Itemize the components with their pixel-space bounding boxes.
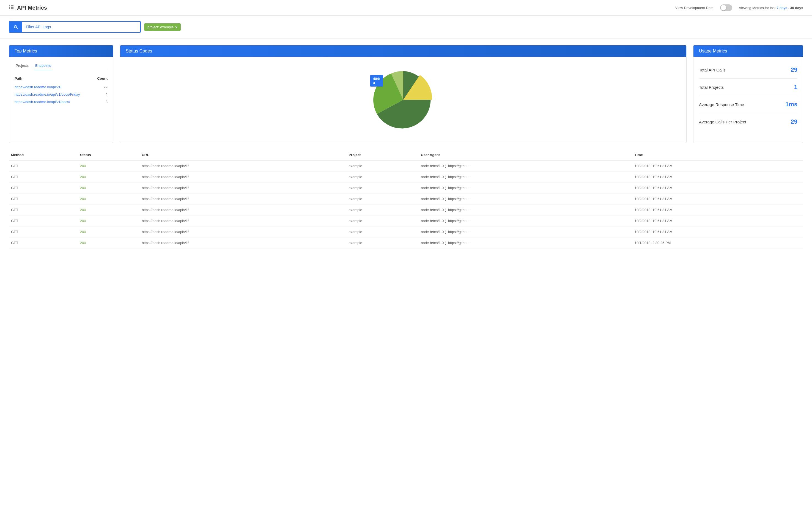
svg-rect-5 <box>13 7 14 8</box>
top-metrics-card-body: Projects Endpoints Path Count https://da… <box>9 57 113 110</box>
count-column-header: Count <box>97 76 107 80</box>
filter-tag-label: project: example <box>147 25 174 29</box>
table-row: GET 200 https://dash.readme.io/api/v1/ e… <box>9 227 803 237</box>
cell-method: GET <box>9 205 78 215</box>
usage-value-3: 29 <box>791 118 797 125</box>
search-input[interactable] <box>22 22 140 32</box>
table-row: GET 200 https://dash.readme.io/api/v1/ e… <box>9 205 803 215</box>
usage-row-3: Average Calls Per Project 29 <box>699 113 797 130</box>
header-left: API Metrics <box>9 5 47 11</box>
cell-status: 200 <box>78 182 140 193</box>
cell-status: 200 <box>78 227 140 237</box>
usage-value-0: 29 <box>791 66 797 73</box>
usage-row-0: Total API Calls 29 <box>699 61 797 79</box>
table-row: GET 200 https://dash.readme.io/api/v1/ e… <box>9 172 803 182</box>
svg-rect-4 <box>11 7 12 8</box>
table-section: Method Status URL Project User Agent Tim… <box>0 150 812 257</box>
metrics-count-1: 4 <box>106 92 107 97</box>
pie-chart: 404: 4 <box>373 70 434 130</box>
cell-time: 10/2/2018, 10:51:31 AM <box>632 172 803 182</box>
search-icon <box>13 24 18 29</box>
svg-rect-2 <box>13 5 14 6</box>
7days-link[interactable]: 7 days <box>777 6 787 10</box>
cell-url: https://dash.readme.io/api/v1/ <box>140 160 346 172</box>
svg-rect-1 <box>11 5 12 6</box>
dev-data-toggle[interactable] <box>720 4 732 11</box>
cell-status: 200 <box>78 193 140 205</box>
top-metrics-card: Top Metrics Projects Endpoints Path Coun… <box>9 45 113 143</box>
cell-url: https://dash.readme.io/api/v1/ <box>140 227 346 237</box>
cell-status: 200 <box>78 160 140 172</box>
search-bar-section: project: example x <box>0 16 812 38</box>
search-icon-box <box>9 22 22 32</box>
cell-user-agent: node-fetch/1.0 (+https://githu... <box>419 227 632 237</box>
metrics-count-2: 3 <box>106 100 107 104</box>
cell-method: GET <box>9 237 78 249</box>
filter-tag-close[interactable]: x <box>175 25 177 29</box>
data-table: Method Status URL Project User Agent Tim… <box>9 150 803 249</box>
cell-method: GET <box>9 227 78 237</box>
page-title: API Metrics <box>17 5 47 11</box>
pie-container: 404: 4 <box>126 61 681 138</box>
cell-time: 10/2/2018, 10:51:31 AM <box>632 227 803 237</box>
metrics-link-0[interactable]: https://dash.readme.io/api/v1/ <box>15 85 61 89</box>
usage-metrics-title: Usage Metrics <box>699 49 727 53</box>
table-row: GET 200 https://dash.readme.io/api/v1/ e… <box>9 237 803 249</box>
table-row: GET 200 https://dash.readme.io/api/v1/ e… <box>9 193 803 205</box>
svg-rect-8 <box>13 8 14 9</box>
cell-time: 10/2/2018, 10:51:31 AM <box>632 215 803 227</box>
usage-value-1: 1 <box>794 83 797 91</box>
cell-time: 10/2/2018, 10:51:31 AM <box>632 160 803 172</box>
cell-method: GET <box>9 182 78 193</box>
table-body: GET 200 https://dash.readme.io/api/v1/ e… <box>9 160 803 249</box>
col-user-agent: User Agent <box>419 150 632 160</box>
metrics-link-1[interactable]: https://dash.readme.io/api/v1/docs/Frida… <box>15 92 80 97</box>
viewing-metrics: Viewing Metrics for last 7 days · 30 day… <box>739 6 803 10</box>
cell-project: example <box>346 182 419 193</box>
metrics-link-2[interactable]: https://dash.readme.io/api/v1/docs/ <box>15 100 70 104</box>
cell-user-agent: node-fetch/1.0 (+https://githu... <box>419 172 632 182</box>
usage-label-3: Average Calls Per Project <box>699 120 746 124</box>
cards-section: Top Metrics Projects Endpoints Path Coun… <box>0 38 812 150</box>
cell-user-agent: node-fetch/1.0 (+https://githu... <box>419 205 632 215</box>
cell-time: 10/2/2018, 10:51:31 AM <box>632 182 803 193</box>
cell-user-agent: node-fetch/1.0 (+https://githu... <box>419 160 632 172</box>
header-right: View Development Data Viewing Metrics fo… <box>675 4 803 11</box>
table-row: GET 200 https://dash.readme.io/api/v1/ e… <box>9 160 803 172</box>
svg-rect-3 <box>9 7 10 8</box>
tab-projects[interactable]: Projects <box>15 61 30 70</box>
cell-user-agent: node-fetch/1.0 (+https://githu... <box>419 193 632 205</box>
cell-method: GET <box>9 215 78 227</box>
svg-rect-6 <box>9 8 10 9</box>
table-row: GET 200 https://dash.readme.io/api/v1/ e… <box>9 182 803 193</box>
usage-label-0: Total API Calls <box>699 68 725 72</box>
cell-method: GET <box>9 160 78 172</box>
grid-icon <box>9 5 14 11</box>
status-codes-card: Status Codes 404: 4 <box>120 45 687 143</box>
col-url: URL <box>140 150 346 160</box>
tab-endpoints[interactable]: Endpoints <box>34 61 52 70</box>
dev-data-label: View Development Data <box>675 6 714 10</box>
cell-url: https://dash.readme.io/api/v1/ <box>140 215 346 227</box>
status-codes-title: Status Codes <box>126 49 152 53</box>
metrics-row-0: https://dash.readme.io/api/v1/ 22 <box>15 83 107 91</box>
usage-value-2: 1ms <box>785 101 797 108</box>
30days-label: 30 days <box>790 6 803 10</box>
cell-url: https://dash.readme.io/api/v1/ <box>140 193 346 205</box>
col-method: Method <box>9 150 78 160</box>
pie-tooltip: 404: 4 <box>370 75 383 86</box>
status-codes-card-header: Status Codes <box>120 45 686 57</box>
cell-status: 200 <box>78 237 140 249</box>
path-column-header: Path <box>15 76 22 80</box>
cell-user-agent: node-fetch/1.0 (+https://githu... <box>419 237 632 249</box>
metrics-count-0: 22 <box>104 85 107 89</box>
filter-tag[interactable]: project: example x <box>144 23 181 31</box>
cell-project: example <box>346 193 419 205</box>
cell-status: 200 <box>78 205 140 215</box>
header: API Metrics View Development Data Viewin… <box>0 0 812 16</box>
cell-time: 10/2/2018, 10:51:31 AM <box>632 205 803 215</box>
metrics-row-2: https://dash.readme.io/api/v1/docs/ 3 <box>15 98 107 106</box>
usage-label-1: Total Projects <box>699 85 724 89</box>
table-row: GET 200 https://dash.readme.io/api/v1/ e… <box>9 215 803 227</box>
metrics-row-1: https://dash.readme.io/api/v1/docs/Frida… <box>15 91 107 98</box>
